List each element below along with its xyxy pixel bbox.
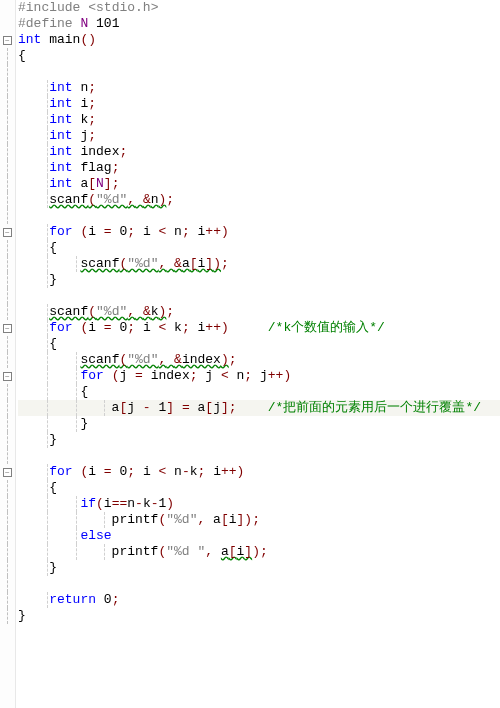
indent-guide [47, 304, 48, 320]
indent-guide [47, 416, 48, 432]
gutter-line [0, 608, 15, 624]
indent-guide [47, 192, 48, 208]
indent-guide [47, 384, 48, 400]
fold-toggle[interactable]: − [3, 324, 12, 333]
code-line[interactable] [18, 576, 500, 592]
gutter-line [0, 352, 15, 368]
indent-guide [76, 528, 77, 544]
code-line[interactable]: scanf("%d", &k); [18, 304, 500, 320]
gutter-line [0, 336, 15, 352]
fold-guide [7, 240, 8, 256]
fold-guide [7, 176, 8, 192]
fold-guide [7, 128, 8, 144]
gutter-line [0, 240, 15, 256]
code-line[interactable]: int k; [18, 112, 500, 128]
code-line[interactable]: a[j - 1] = a[j]; /*把前面的元素用后一个进行覆盖*/ [18, 400, 500, 416]
fold-guide [7, 352, 8, 368]
gutter-line [0, 528, 15, 544]
indent-guide [47, 256, 48, 272]
code-line[interactable]: { [18, 384, 500, 400]
indent-guide [47, 336, 48, 352]
gutter-line [0, 496, 15, 512]
code-line[interactable]: int main() [18, 32, 500, 48]
fold-guide [7, 416, 8, 432]
fold-guide [7, 384, 8, 400]
indent-guide [47, 480, 48, 496]
code-line[interactable]: } [18, 608, 500, 624]
indent-guide [47, 400, 48, 416]
indent-guide [47, 240, 48, 256]
code-line[interactable]: return 0; [18, 592, 500, 608]
code-line[interactable] [18, 448, 500, 464]
fold-toggle[interactable]: − [3, 468, 12, 477]
gutter-line [0, 128, 15, 144]
code-line[interactable]: { [18, 48, 500, 64]
code-line[interactable]: for (i = 0; i < n-k; i++) [18, 464, 500, 480]
gutter-line [0, 384, 15, 400]
fold-guide [7, 400, 8, 416]
code-line[interactable] [18, 64, 500, 80]
code-line[interactable]: scanf("%d", &a[i]); [18, 256, 500, 272]
gutter-line [0, 272, 15, 288]
code-line[interactable]: { [18, 480, 500, 496]
gutter-line [0, 416, 15, 432]
fold-guide [7, 480, 8, 496]
code-line[interactable]: int i; [18, 96, 500, 112]
code-line[interactable]: int n; [18, 80, 500, 96]
indent-guide [47, 160, 48, 176]
fold-guide [7, 272, 8, 288]
gutter-line [0, 208, 15, 224]
code-line[interactable]: scanf("%d", &n); [18, 192, 500, 208]
code-line[interactable]: int flag; [18, 160, 500, 176]
gutter-line [0, 144, 15, 160]
indent-guide [104, 512, 105, 528]
indent-guide [47, 128, 48, 144]
indent-guide [76, 352, 77, 368]
code-line[interactable]: if(i==n-k-1) [18, 496, 500, 512]
code-line[interactable]: scanf("%d", &index); [18, 352, 500, 368]
indent-guide [47, 112, 48, 128]
code-line[interactable]: { [18, 336, 500, 352]
gutter-line [0, 160, 15, 176]
code-line[interactable]: printf("%d ", a[i]); [18, 544, 500, 560]
code-line[interactable] [18, 288, 500, 304]
code-line[interactable]: else [18, 528, 500, 544]
code-line[interactable]: for (j = index; j < n; j++) [18, 368, 500, 384]
code-line[interactable]: } [18, 416, 500, 432]
code-line[interactable]: } [18, 432, 500, 448]
fold-guide [7, 192, 8, 208]
gutter-line [0, 0, 15, 16]
indent-guide [47, 176, 48, 192]
gutter-line [0, 96, 15, 112]
code-line[interactable]: for (i = 0; i < k; i++) /*k个数值的输入*/ [18, 320, 500, 336]
indent-guide [76, 496, 77, 512]
code-line[interactable]: } [18, 560, 500, 576]
indent-guide [47, 96, 48, 112]
gutter-line [0, 400, 15, 416]
code-line[interactable]: #define N 101 [18, 16, 500, 32]
indent-guide [76, 512, 77, 528]
code-line[interactable]: int j; [18, 128, 500, 144]
code-line[interactable]: printf("%d", a[i]); [18, 512, 500, 528]
code-area[interactable]: #include <stdio.h>#define N 101int main(… [16, 0, 500, 708]
fold-toggle[interactable]: − [3, 228, 12, 237]
fold-guide [7, 608, 8, 624]
fold-toggle[interactable]: − [3, 36, 12, 45]
gutter-line [0, 64, 15, 80]
code-line[interactable]: } [18, 272, 500, 288]
gutter-line [0, 16, 15, 32]
fold-guide [7, 112, 8, 128]
fold-toggle[interactable]: − [3, 372, 12, 381]
fold-gutter: −−−−− [0, 0, 16, 708]
fold-guide [7, 528, 8, 544]
code-line[interactable]: { [18, 240, 500, 256]
code-line[interactable] [18, 208, 500, 224]
code-line[interactable]: #include <stdio.h> [18, 0, 500, 16]
gutter-line [0, 48, 15, 64]
code-line[interactable]: int index; [18, 144, 500, 160]
code-line[interactable]: for (i = 0; i < n; i++) [18, 224, 500, 240]
gutter-line [0, 560, 15, 576]
gutter-line: − [0, 224, 15, 240]
code-line[interactable]: int a[N]; [18, 176, 500, 192]
code-editor: −−−−− #include <stdio.h>#define N 101int… [0, 0, 500, 708]
